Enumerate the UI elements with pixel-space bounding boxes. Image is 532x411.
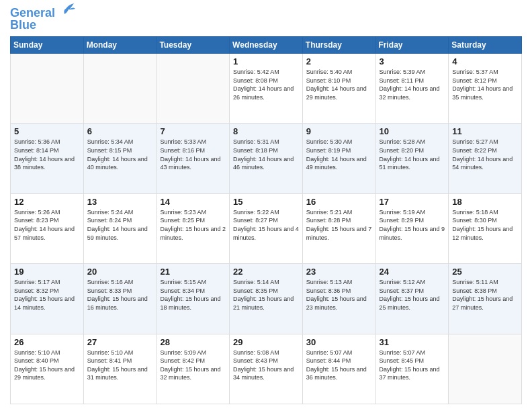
day-number: 10	[380, 126, 445, 136]
day-number: 20	[87, 267, 153, 277]
calendar-cell	[83, 54, 157, 124]
day-info: Sunrise: 5:42 AM Sunset: 8:08 PM Dayligh…	[233, 68, 299, 101]
calendar-cell: 11Sunrise: 5:27 AM Sunset: 8:22 PM Dayli…	[449, 124, 522, 193]
day-number: 13	[87, 197, 153, 207]
calendar-cell: 12Sunrise: 5:26 AM Sunset: 8:23 PM Dayli…	[11, 193, 84, 263]
calendar-cell: 26Sunrise: 5:10 AM Sunset: 8:40 PM Dayli…	[11, 334, 84, 404]
page: General Blue SundayMondayTuesdayWednesda…	[0, 0, 532, 411]
calendar-cell: 23Sunrise: 5:13 AM Sunset: 8:36 PM Dayli…	[302, 264, 375, 334]
calendar-header-sunday: Sunday	[11, 37, 84, 54]
day-info: Sunrise: 5:39 AM Sunset: 8:11 PM Dayligh…	[380, 68, 445, 101]
day-number: 24	[380, 267, 445, 277]
calendar-cell: 14Sunrise: 5:23 AM Sunset: 8:25 PM Dayli…	[157, 193, 230, 263]
day-info: Sunrise: 5:12 AM Sunset: 8:37 PM Dayligh…	[380, 278, 445, 312]
day-info: Sunrise: 5:23 AM Sunset: 8:25 PM Dayligh…	[160, 208, 226, 242]
day-number: 7	[160, 126, 226, 136]
day-number: 27	[87, 337, 153, 347]
day-info: Sunrise: 5:15 AM Sunset: 8:34 PM Dayligh…	[160, 278, 226, 312]
calendar-cell: 22Sunrise: 5:14 AM Sunset: 8:35 PM Dayli…	[230, 264, 303, 334]
calendar-cell: 6Sunrise: 5:34 AM Sunset: 8:15 PM Daylig…	[83, 124, 157, 193]
calendar-cell: 27Sunrise: 5:10 AM Sunset: 8:41 PM Dayli…	[83, 334, 157, 404]
day-info: Sunrise: 5:13 AM Sunset: 8:36 PM Dayligh…	[306, 278, 372, 312]
day-info: Sunrise: 5:22 AM Sunset: 8:27 PM Dayligh…	[233, 208, 299, 242]
day-number: 22	[233, 267, 299, 277]
day-info: Sunrise: 5:33 AM Sunset: 8:16 PM Dayligh…	[160, 138, 226, 171]
calendar-cell: 18Sunrise: 5:18 AM Sunset: 8:30 PM Dayli…	[449, 193, 522, 263]
day-info: Sunrise: 5:26 AM Sunset: 8:23 PM Dayligh…	[14, 208, 80, 242]
calendar-week-5: 26Sunrise: 5:10 AM Sunset: 8:40 PM Dayli…	[11, 334, 522, 404]
calendar-cell: 7Sunrise: 5:33 AM Sunset: 8:16 PM Daylig…	[157, 124, 230, 193]
day-number: 14	[160, 197, 226, 207]
calendar-cell: 4Sunrise: 5:37 AM Sunset: 8:12 PM Daylig…	[449, 54, 522, 124]
calendar-cell: 28Sunrise: 5:09 AM Sunset: 8:42 PM Dayli…	[157, 334, 230, 404]
calendar-cell: 20Sunrise: 5:16 AM Sunset: 8:33 PM Dayli…	[83, 264, 157, 334]
day-info: Sunrise: 5:28 AM Sunset: 8:20 PM Dayligh…	[380, 138, 445, 171]
logo: General Blue	[10, 7, 75, 31]
calendar-cell: 25Sunrise: 5:11 AM Sunset: 8:38 PM Dayli…	[449, 264, 522, 334]
calendar-cell: 30Sunrise: 5:07 AM Sunset: 8:44 PM Dayli…	[302, 334, 375, 404]
day-number: 3	[380, 56, 445, 66]
day-number: 18	[452, 197, 518, 207]
day-number: 29	[233, 337, 299, 347]
calendar-cell: 24Sunrise: 5:12 AM Sunset: 8:37 PM Dayli…	[375, 264, 449, 334]
day-number: 16	[306, 197, 372, 207]
day-info: Sunrise: 5:31 AM Sunset: 8:18 PM Dayligh…	[233, 138, 299, 171]
day-info: Sunrise: 5:10 AM Sunset: 8:41 PM Dayligh…	[87, 349, 153, 382]
day-info: Sunrise: 5:07 AM Sunset: 8:44 PM Dayligh…	[306, 349, 372, 382]
calendar-cell: 31Sunrise: 5:07 AM Sunset: 8:45 PM Dayli…	[375, 334, 449, 404]
day-info: Sunrise: 5:30 AM Sunset: 8:19 PM Dayligh…	[306, 138, 372, 171]
calendar-cell: 15Sunrise: 5:22 AM Sunset: 8:27 PM Dayli…	[230, 193, 303, 263]
day-number: 2	[306, 56, 372, 66]
calendar-week-2: 5Sunrise: 5:36 AM Sunset: 8:14 PM Daylig…	[11, 124, 522, 193]
day-info: Sunrise: 5:40 AM Sunset: 8:10 PM Dayligh…	[306, 68, 372, 101]
day-number: 9	[306, 126, 372, 136]
day-number: 15	[233, 197, 299, 207]
calendar-cell: 16Sunrise: 5:21 AM Sunset: 8:28 PM Dayli…	[302, 193, 375, 263]
calendar-header-tuesday: Tuesday	[157, 37, 230, 54]
day-info: Sunrise: 5:18 AM Sunset: 8:30 PM Dayligh…	[452, 208, 518, 242]
calendar-table: SundayMondayTuesdayWednesdayThursdayFrid…	[10, 36, 522, 404]
day-info: Sunrise: 5:08 AM Sunset: 8:43 PM Dayligh…	[233, 349, 299, 382]
calendar-cell: 17Sunrise: 5:19 AM Sunset: 8:29 PM Dayli…	[375, 193, 449, 263]
calendar-cell: 29Sunrise: 5:08 AM Sunset: 8:43 PM Dayli…	[230, 334, 303, 404]
day-info: Sunrise: 5:34 AM Sunset: 8:15 PM Dayligh…	[87, 138, 153, 171]
calendar-week-1: 1Sunrise: 5:42 AM Sunset: 8:08 PM Daylig…	[11, 54, 522, 124]
day-number: 12	[14, 197, 80, 207]
day-number: 21	[160, 267, 226, 277]
day-number: 30	[306, 337, 372, 347]
day-info: Sunrise: 5:07 AM Sunset: 8:45 PM Dayligh…	[380, 349, 445, 382]
day-number: 4	[452, 56, 518, 66]
day-info: Sunrise: 5:11 AM Sunset: 8:38 PM Dayligh…	[452, 278, 518, 312]
day-number: 23	[306, 267, 372, 277]
day-info: Sunrise: 5:09 AM Sunset: 8:42 PM Dayligh…	[160, 349, 226, 382]
day-number: 19	[14, 267, 80, 277]
logo-bird-icon	[56, 3, 75, 18]
day-number: 1	[233, 56, 299, 66]
day-number: 26	[14, 337, 80, 347]
logo-general: General	[10, 6, 55, 19]
day-info: Sunrise: 5:27 AM Sunset: 8:22 PM Dayligh…	[452, 138, 518, 171]
day-info: Sunrise: 5:24 AM Sunset: 8:24 PM Dayligh…	[87, 208, 153, 242]
logo-blue: Blue	[10, 19, 36, 31]
day-number: 31	[380, 337, 445, 347]
calendar-header-friday: Friday	[375, 37, 449, 54]
calendar-cell: 9Sunrise: 5:30 AM Sunset: 8:19 PM Daylig…	[302, 124, 375, 193]
calendar-cell: 8Sunrise: 5:31 AM Sunset: 8:18 PM Daylig…	[230, 124, 303, 193]
day-info: Sunrise: 5:14 AM Sunset: 8:35 PM Dayligh…	[233, 278, 299, 312]
calendar-cell: 21Sunrise: 5:15 AM Sunset: 8:34 PM Dayli…	[157, 264, 230, 334]
logo-text: General	[10, 7, 55, 19]
calendar-cell: 10Sunrise: 5:28 AM Sunset: 8:20 PM Dayli…	[375, 124, 449, 193]
calendar-cell	[11, 54, 84, 124]
calendar-week-4: 19Sunrise: 5:17 AM Sunset: 8:32 PM Dayli…	[11, 264, 522, 334]
calendar-cell: 2Sunrise: 5:40 AM Sunset: 8:10 PM Daylig…	[302, 54, 375, 124]
day-number: 17	[380, 197, 445, 207]
header: General Blue	[10, 7, 522, 31]
day-info: Sunrise: 5:37 AM Sunset: 8:12 PM Dayligh…	[452, 68, 518, 101]
day-info: Sunrise: 5:19 AM Sunset: 8:29 PM Dayligh…	[380, 208, 445, 242]
day-number: 8	[233, 126, 299, 136]
calendar-header-thursday: Thursday	[302, 37, 375, 54]
day-number: 25	[452, 267, 518, 277]
day-info: Sunrise: 5:36 AM Sunset: 8:14 PM Dayligh…	[14, 138, 80, 171]
day-info: Sunrise: 5:17 AM Sunset: 8:32 PM Dayligh…	[14, 278, 80, 312]
calendar-header-row: SundayMondayTuesdayWednesdayThursdayFrid…	[11, 37, 522, 54]
